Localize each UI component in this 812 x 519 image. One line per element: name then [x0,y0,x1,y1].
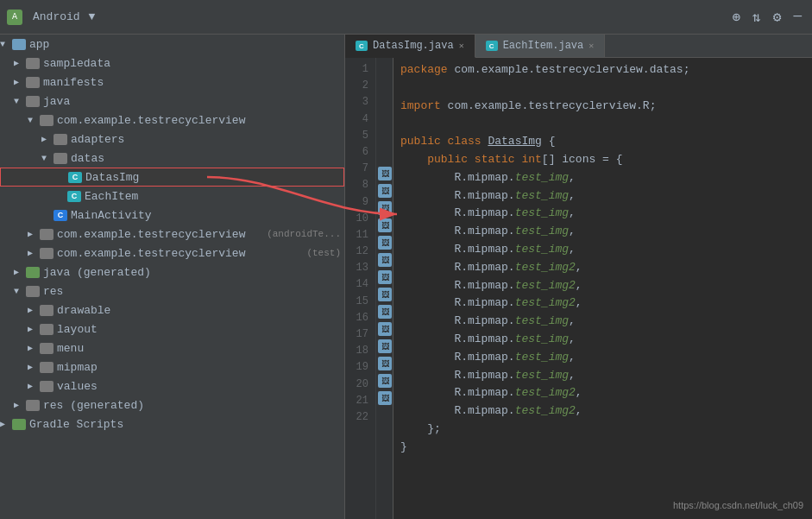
gutter-icon-cell: 🖼 [378,322,392,336]
code-line[interactable]: R.mipmap.test_img, [400,169,805,187]
sidebar-item-res-generated[interactable]: ▶res (generated) [0,396,344,415]
tree-arrow[interactable]: ▶ [28,248,40,258]
gutter-icon-cell: 🖼 [378,201,392,215]
line-number: 22 [352,409,368,426]
tree-arrow[interactable]: ▼ [0,40,12,49]
line-number: 19 [352,359,368,376]
code-line[interactable]: R.mipmap.test_img, [400,331,805,349]
sidebar-item-adapters[interactable]: ▶adapters [0,130,344,149]
tab-EachItem.java[interactable]: CEachItem.java✕ [475,35,606,57]
minimize-icon[interactable]: — [790,7,805,28]
settings-icon[interactable]: ⚙ [770,7,785,28]
sidebar-item-com.example.test.test[interactable]: ▶com.example.testrecyclerview(test) [0,244,344,263]
gutter-icon-cell [378,80,392,94]
code-line[interactable]: }; [400,421,805,439]
code-line[interactable] [400,115,805,133]
code-line[interactable]: R.mipmap.test_img2, [400,384,805,402]
sidebar-item-drawable[interactable]: ▶drawable [0,301,344,320]
tree-arrow[interactable]: ▶ [28,324,40,334]
folder-icon [40,381,54,392]
sidebar-item-layout[interactable]: ▶layout [0,320,344,339]
code-line[interactable]: R.mipmap.test_img, [400,223,805,241]
tree-arrow[interactable]: ▶ [14,58,26,68]
line-number: 21 [352,393,368,409]
tree-arrow[interactable]: ▶ [28,381,40,391]
tree-arrow[interactable]: ▼ [41,154,54,163]
line-number: 6 [352,144,368,161]
sidebar-item-sampledata[interactable]: ▶sampledata [0,54,344,73]
sidebar-item-manifests[interactable]: ▶manifests [0,73,344,92]
sidebar-item-java[interactable]: ▼java [0,92,344,111]
sidebar-item-res[interactable]: ▼res [0,282,344,301]
item-label: res [43,285,341,298]
code-line[interactable]: R.mipmap.test_img, [400,349,805,367]
code-line[interactable]: import com.example.testrecyclerview.R; [400,98,805,116]
code-line[interactable] [400,79,805,98]
tree-arrow[interactable]: ▼ [14,97,26,106]
item-label: adapters [71,133,341,146]
code-line[interactable]: R.mipmap.test_img, [400,205,805,223]
gutter-icon-cell: 🖼 [378,339,392,353]
sidebar-item-values[interactable]: ▶values [0,377,344,396]
code-line[interactable]: R.mipmap.test_img, [400,367,805,385]
folder-icon [40,324,54,335]
line-number: 18 [352,343,368,359]
tree-arrow[interactable]: ▶ [14,400,26,410]
code-line[interactable]: R.mipmap.test_img, [400,187,805,206]
sidebar-item-MainActivity[interactable]: CMainActivity [0,206,344,225]
tree-arrow[interactable]: ▶ [28,229,40,239]
line-number: 1 [352,61,368,78]
add-icon[interactable]: ⊕ [728,7,744,28]
code-line[interactable]: package com.example.testrecyclerview.dat… [400,61,805,79]
item-label: sampledata [43,57,341,70]
sidebar-item-DatasImg[interactable]: CDatasImg [0,168,344,187]
editor-content[interactable]: 12345678910111213141516171819202122 🖼🖼🖼🖼… [345,58,812,519]
sidebar-item-gradle-scripts[interactable]: ▶Gradle Scripts [0,415,344,434]
sidebar-item-java-generated[interactable]: ▶java (generated) [0,263,344,282]
item-label: app [29,38,341,51]
code-line[interactable]: public class DatasImg { [400,133,805,151]
tree-arrow[interactable]: ▶ [0,419,12,429]
main-area: ▼app▶sampledata▶manifests▼java▼com.examp… [0,35,812,519]
sidebar: ▼app▶sampledata▶manifests▼java▼com.examp… [0,35,345,519]
toolbar-dropdown-arrow[interactable]: ▼ [89,10,96,23]
sidebar-item-com.example.testrecyclerview[interactable]: ▼com.example.testrecyclerview [0,111,344,130]
line-number: 9 [352,194,368,211]
code-editor[interactable]: package com.example.testrecyclerview.dat… [393,58,812,519]
code-line[interactable]: R.mipmap.test_img2, [400,294,805,313]
sidebar-item-datas[interactable]: ▼datas [0,149,344,168]
code-line[interactable]: R.mipmap.test_img2, [400,277,805,295]
folder-icon [26,400,40,411]
sidebar-item-app[interactable]: ▼app [0,35,344,54]
tree-arrow[interactable]: ▼ [28,116,40,125]
code-line[interactable]: R.mipmap.test_img, [400,241,805,259]
code-line[interactable]: R.mipmap.test_img2, [400,402,805,421]
tree-arrow[interactable]: ▶ [14,77,26,87]
code-line[interactable]: } [400,439,805,457]
tree-arrow[interactable]: ▶ [41,134,54,144]
sidebar-item-menu[interactable]: ▶menu [0,339,344,358]
code-line[interactable]: R.mipmap.test_img, [400,313,805,331]
gutter-icon-cell: 🖼 [378,253,392,267]
gutter-icon-cell: 🖼 [378,374,392,388]
sidebar-item-com.example.test.androidTest[interactable]: ▶com.example.testrecyclerview(androidTe.… [0,225,344,244]
line-number: 10 [352,211,368,227]
tree-arrow[interactable]: ▶ [28,343,40,353]
gutter-icon-cell [378,149,392,163]
tree-arrow[interactable]: ▶ [28,362,40,372]
sidebar-item-mipmap[interactable]: ▶mipmap [0,358,344,377]
item-label: layout [57,323,341,336]
folder-icon [26,58,40,69]
tab-close-button[interactable]: ✕ [589,41,594,51]
sidebar-item-EachItem[interactable]: CEachItem [0,187,344,206]
tree-arrow[interactable]: ▶ [28,305,40,315]
split-icon[interactable]: ⇅ [749,7,765,28]
tab-DatasImg.java[interactable]: CDatasImg.java✕ [345,35,475,58]
tab-close-button[interactable]: ✕ [459,41,464,51]
gutter-icon-cell [378,63,392,77]
folder-icon [40,305,54,316]
tree-arrow[interactable]: ▶ [14,267,26,277]
code-line[interactable]: R.mipmap.test_img2, [400,259,805,277]
tree-arrow[interactable]: ▼ [14,287,26,296]
code-line[interactable]: public static int[] icons = { [400,151,805,169]
